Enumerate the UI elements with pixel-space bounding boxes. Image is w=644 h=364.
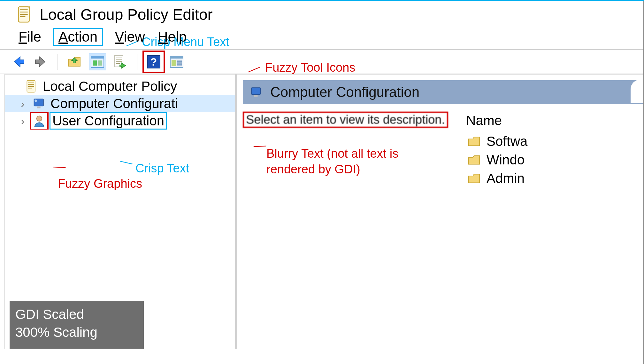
app-icon (15, 5, 34, 24)
description-column: Select an item to view its description. … (244, 113, 447, 188)
menu-file[interactable]: File (19, 29, 41, 45)
list-column: Name Softwa Windo A (466, 113, 643, 188)
svg-point-15 (37, 116, 42, 121)
annotation-fuzzy-icons: Fuzzy Tool Icons (265, 61, 355, 75)
svg-rect-17 (254, 95, 258, 97)
list-item[interactable]: Admin (466, 169, 643, 188)
annotation-tick: ╲ (253, 141, 266, 151)
annotation-blurry-text: Blurry Text (not all text is rendered by… (266, 146, 445, 178)
export-list-button[interactable] (112, 53, 129, 70)
svg-text:?: ? (150, 56, 157, 68)
list-item[interactable]: Windo (466, 151, 643, 169)
folder-icon (466, 170, 482, 186)
svg-rect-4 (98, 60, 102, 66)
show-hide-tree-button[interactable] (168, 53, 185, 70)
caption-line2: 300% Scaling (15, 323, 138, 342)
forward-button[interactable] (33, 53, 50, 70)
tree: Local Computer Policy › Computer Configu… (5, 78, 235, 130)
computer-config-icon (31, 96, 47, 112)
folder-icon (466, 133, 482, 149)
window-title: Local Group Policy Editor (40, 6, 213, 23)
details-header: Computer Configuration (243, 80, 643, 104)
svg-rect-2 (91, 56, 104, 59)
properties-button[interactable] (89, 53, 106, 70)
annotation-tick: ╲ (53, 162, 65, 172)
svg-rect-3 (93, 60, 97, 66)
tree-root[interactable]: Local Computer Policy (5, 78, 235, 95)
description-text: Select an item to view its description. (244, 113, 447, 127)
main-area: Local Computer Policy › Computer Configu… (0, 74, 643, 349)
svg-rect-9 (170, 56, 183, 59)
help-button[interactable]: ? (145, 53, 162, 70)
up-folder-button[interactable] (66, 53, 83, 70)
list-item-label: Admin (487, 171, 525, 186)
menu-action[interactable]: Action (54, 29, 102, 45)
menu-help[interactable]: Help (158, 29, 187, 45)
details-header-text: Computer Configuration (270, 84, 419, 100)
computer-config-icon (249, 85, 264, 99)
annotation-fuzzy-graphics: Fuzzy Graphics (58, 177, 142, 191)
svg-point-14 (34, 99, 37, 102)
tree-pane: Local Computer Policy › Computer Configu… (4, 74, 237, 349)
annotation-tick: ╲ (120, 157, 132, 168)
svg-rect-16 (251, 88, 260, 94)
folder-icon (466, 152, 482, 168)
chevron-right-icon[interactable]: › (17, 98, 28, 110)
toolbar-separator (137, 54, 137, 70)
user-config-icon (31, 113, 47, 129)
menu-view[interactable]: View (115, 29, 145, 45)
list-item-label: Softwa (487, 134, 527, 149)
chevron-right-icon[interactable]: › (17, 115, 28, 127)
svg-rect-10 (172, 60, 176, 66)
policy-icon (24, 78, 40, 94)
tree-item-label: User Configuration (50, 113, 166, 129)
list-item-label: Windo (487, 152, 525, 168)
list-item[interactable]: Softwa (466, 132, 643, 151)
details-body: Select an item to view its description. … (237, 104, 643, 188)
title-bar: Local Group Policy Editor (0, 1, 643, 28)
caption-box: GDI Scaled 300% Scaling (10, 301, 144, 349)
details-pane: Computer Configuration Select an item to… (237, 74, 643, 349)
column-header-name[interactable]: Name (466, 113, 643, 132)
menu-bar: File Action View Help (0, 28, 643, 49)
tree-item-label: Computer Configurati (50, 96, 178, 111)
tree-root-label: Local Computer Policy (43, 79, 177, 94)
toolbar-separator (57, 54, 58, 70)
tree-item-user-config[interactable]: › User Configuration (5, 112, 235, 130)
svg-rect-13 (37, 107, 41, 108)
annotation-crisp-text: Crisp Text (135, 162, 189, 175)
tree-item-computer-config[interactable]: › Computer Configurati (5, 95, 235, 112)
caption-line1: GDI Scaled (15, 305, 138, 324)
back-button[interactable] (10, 53, 27, 70)
